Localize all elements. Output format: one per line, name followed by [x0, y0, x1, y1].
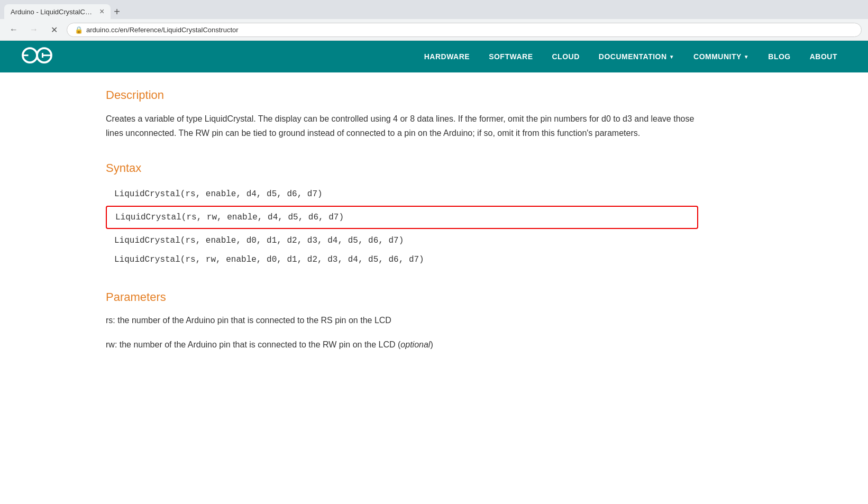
nav-link-documentation[interactable]: DOCUMENTATION ▼ — [589, 52, 684, 61]
syntax-item: LiquidCrystal(rs, rw, enable, d4, d5, d6… — [106, 206, 698, 229]
nav-link-hardware[interactable]: HARDWARE — [415, 52, 479, 61]
param-rw-close: ) — [430, 340, 433, 349]
tab-title: Arduino - LiquidCrystalConstructo — [11, 8, 95, 16]
syntax-heading: Syntax — [106, 161, 698, 175]
community-dropdown-arrow: ▼ — [744, 54, 749, 60]
arduino-logo-icon — [21, 45, 53, 66]
main-content: Description Creates a variable of type L… — [0, 72, 741, 394]
parameters-section: Parameters rs: the number of the Arduino… — [106, 290, 698, 351]
param-rw-text: rw: the number of the Arduino pin that i… — [106, 338, 698, 352]
forward-button[interactable]: → — [26, 22, 41, 37]
nav-links: HARDWARE SOFTWARE CLOUD DOCUMENTATION ▼ … — [415, 52, 847, 61]
param-rw-main: rw: the number of the Arduino pin that i… — [106, 340, 400, 349]
nav-item-software[interactable]: SOFTWARE — [479, 52, 542, 61]
nav-link-blog[interactable]: BLOG — [759, 52, 800, 61]
back-button[interactable]: ← — [6, 22, 21, 37]
description-section: Description Creates a variable of type L… — [106, 88, 698, 140]
syntax-item: LiquidCrystal(rs, enable, d4, d5, d6, d7… — [106, 185, 698, 204]
description-heading: Description — [106, 88, 698, 102]
logo[interactable] — [21, 45, 53, 68]
nav-item-community[interactable]: COMMUNITY ▼ — [684, 52, 759, 61]
syntax-list: LiquidCrystal(rs, enable, d4, d5, d6, d7… — [106, 185, 698, 269]
syntax-item: LiquidCrystal(rs, rw, enable, d0, d1, d2… — [106, 250, 698, 269]
param-rs-text: rs: the number of the Arduino pin that i… — [106, 314, 698, 327]
nav-item-about[interactable]: ABOUT — [800, 52, 847, 61]
tab-bar: Arduino - LiquidCrystalConstructo × + — [0, 0, 868, 19]
new-tab-button[interactable]: + — [114, 6, 120, 18]
nav-item-blog[interactable]: BLOG — [759, 52, 800, 61]
url-text: arduino.cc/en/Reference/LiquidCrystalCon… — [86, 26, 239, 34]
nav-link-community[interactable]: COMMUNITY ▼ — [684, 52, 759, 61]
nav-link-about[interactable]: ABOUT — [800, 52, 847, 61]
syntax-item: LiquidCrystal(rs, enable, d0, d1, d2, d3… — [106, 231, 698, 250]
nav-link-software[interactable]: SOFTWARE — [479, 52, 542, 61]
documentation-dropdown-arrow: ▼ — [669, 54, 674, 60]
nav-link-cloud[interactable]: CLOUD — [542, 52, 589, 61]
site-nav: HARDWARE SOFTWARE CLOUD DOCUMENTATION ▼ … — [0, 41, 868, 72]
reload-button[interactable]: ✕ — [47, 22, 61, 37]
tab-close-button[interactable]: × — [99, 7, 104, 16]
parameters-heading: Parameters — [106, 290, 698, 304]
nav-item-hardware[interactable]: HARDWARE — [415, 52, 479, 61]
browser-chrome: Arduino - LiquidCrystalConstructo × + ← … — [0, 0, 868, 41]
description-text: Creates a variable of type LiquidCrystal… — [106, 112, 698, 140]
nav-item-cloud[interactable]: CLOUD — [542, 52, 589, 61]
browser-tab[interactable]: Arduino - LiquidCrystalConstructo × — [4, 4, 111, 19]
syntax-section: Syntax LiquidCrystal(rs, enable, d4, d5,… — [106, 161, 698, 269]
nav-item-documentation[interactable]: DOCUMENTATION ▼ — [589, 52, 684, 61]
address-bar: ← → ✕ 🔒 arduino.cc/en/Reference/LiquidCr… — [0, 19, 868, 40]
url-bar[interactable]: 🔒 arduino.cc/en/Reference/LiquidCrystalC… — [67, 23, 862, 37]
param-rw-optional: optional — [400, 340, 430, 349]
security-lock-icon: 🔒 — [75, 26, 83, 34]
